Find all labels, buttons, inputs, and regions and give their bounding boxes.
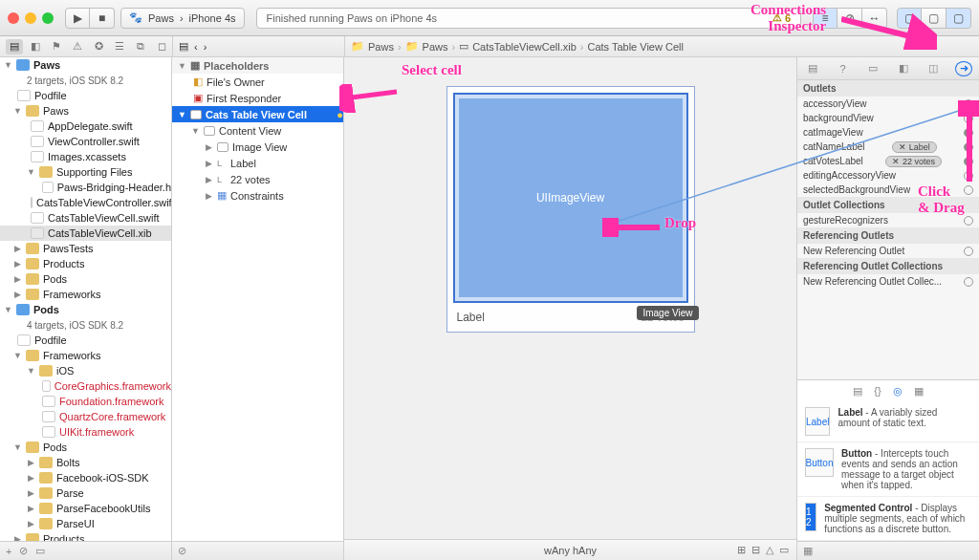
cell-frame[interactable]: UIImageView Image View Label 22 votes <box>446 86 695 333</box>
jump-bar[interactable]: 📁 Paws › 📁 Paws › ▭ CatsTableViewCell.xi… <box>344 36 979 56</box>
outline-constraints[interactable]: ▶▦Constraints <box>172 187 343 204</box>
view-mode-icon[interactable]: ▦ <box>803 545 813 557</box>
outline-tree[interactable]: ▼▦Placeholders ◧File's Owner ▣First Resp… <box>172 57 343 204</box>
stop-button[interactable]: ■ <box>90 8 115 29</box>
jump-segment[interactable]: Cats Table View Cell <box>587 41 683 53</box>
tree-folder[interactable]: ▶Products <box>0 256 171 271</box>
jump-segment[interactable]: Paws <box>368 41 394 53</box>
project-root[interactable]: ▼Pods <box>0 302 171 317</box>
outline-label[interactable]: ▶L22 votes <box>172 171 343 187</box>
design-surface[interactable]: UIImageView Image View Label 22 votes <box>446 86 695 333</box>
minimize-window-button[interactable] <box>25 12 36 24</box>
tree-item[interactable]: Paws-Bridging-Header.h <box>0 180 171 195</box>
outlet-row[interactable]: catImageView <box>797 125 979 140</box>
tree-item[interactable]: ViewController.swift <box>0 134 171 149</box>
tree-folder[interactable]: ▼Frameworks <box>0 348 171 363</box>
tree-item[interactable]: CatsTableViewController.swift <box>0 195 171 210</box>
size-class-control[interactable]: wAny hAny <box>544 545 597 556</box>
jump-segment[interactable]: CatsTableViewCell.xib <box>472 41 577 53</box>
tree-folder[interactable]: ▼Supporting Files <box>0 164 171 180</box>
uiimageview-placeholder[interactable]: UIImageView <box>453 93 688 303</box>
file-inspector-tab[interactable]: ▤ <box>804 61 821 76</box>
tree-folder[interactable]: ▶Pods <box>0 271 171 287</box>
identity-inspector-tab[interactable]: ▭ <box>864 61 881 76</box>
object-library-tab[interactable]: ◎ <box>893 385 903 398</box>
assistant-editor-button[interactable]: ⊘ <box>838 8 862 29</box>
tree-folder[interactable]: ▼Paws <box>0 103 171 118</box>
jump-segment[interactable]: Paws <box>423 41 448 53</box>
resize-behavior-icon[interactable]: ▭ <box>779 544 789 556</box>
tree-item[interactable]: CoreGraphics.framework <box>0 378 171 394</box>
file-templates-tab[interactable]: ▤ <box>853 385 862 398</box>
history-back-button[interactable]: ‹ <box>194 41 198 53</box>
tree-folder[interactable]: ▶ParseUI <box>0 516 171 531</box>
scheme-selector[interactable]: 🐾 Paws › iPhone 4s <box>120 8 245 29</box>
report-navigator-tab[interactable]: ◻ <box>153 39 170 54</box>
filter-button[interactable]: ⊘ <box>178 545 186 557</box>
history-forward-button[interactable]: › <box>204 41 207 53</box>
align-tool-icon[interactable]: ⊞ <box>737 544 746 556</box>
library-item-segmented[interactable]: 1 2 Segmented Control - Displays multipl… <box>797 497 979 541</box>
tree-item-selected[interactable]: CatsTableViewCell.xib <box>0 226 171 241</box>
tree-folder[interactable]: ▶Products <box>0 531 171 541</box>
outlet-row[interactable]: accessoryView <box>797 97 979 111</box>
library-item-label[interactable]: Label Label - A variably sized amount of… <box>797 401 979 442</box>
outline-cell-selected[interactable]: ▼Cats Table View Cell● <box>172 106 343 122</box>
tree-item[interactable]: Podfile <box>0 88 171 103</box>
tree-item[interactable]: CatsTableViewCell.swift <box>0 210 171 226</box>
outlet-row[interactable]: backgroundView <box>797 111 979 125</box>
project-tree[interactable]: ▼Paws 2 targets, iOS SDK 8.2 Podfile ▼Pa… <box>0 57 171 541</box>
tree-folder[interactable]: ▶Bolts <box>0 455 171 470</box>
tree-folder[interactable]: ▼Pods <box>0 440 171 455</box>
tree-folder[interactable]: ▶Frameworks <box>0 287 171 302</box>
size-inspector-tab[interactable]: ◫ <box>925 61 942 76</box>
tree-folder[interactable]: ▶Parse <box>0 485 171 501</box>
tree-item[interactable]: Podfile <box>0 333 171 348</box>
interface-builder-canvas[interactable]: UIImageView Image View Label 22 votes wA… <box>344 57 797 560</box>
tree-item[interactable]: Images.xcassets <box>0 149 171 164</box>
library-item-button[interactable]: Button Button - Intercepts touch events … <box>797 442 979 497</box>
breakpoint-navigator-tab[interactable]: ⧉ <box>132 39 149 54</box>
resolve-issues-icon[interactable]: △ <box>766 544 773 556</box>
outlet-row-connected[interactable]: catNameLabel✕Label <box>797 140 979 154</box>
outline-label[interactable]: ▶LLabel <box>172 155 343 171</box>
outline-content-view[interactable]: ▼Content View <box>172 122 343 139</box>
media-library-tab[interactable]: ▦ <box>914 385 924 398</box>
debug-navigator-tab[interactable]: ☰ <box>111 39 128 54</box>
toggle-utilities-button[interactable]: ▢ <box>946 8 971 29</box>
outline-first-responder[interactable]: ▣First Responder <box>172 90 343 106</box>
standard-editor-button[interactable]: ≡ <box>813 8 838 29</box>
uilabel[interactable]: Label <box>457 311 485 324</box>
tree-item[interactable]: UIKit.framework <box>0 424 171 440</box>
outlet-row-connected[interactable]: catVotesLabel✕22 votes <box>797 154 979 168</box>
connections-inspector-tab[interactable]: ➜ <box>955 61 972 76</box>
add-button[interactable]: + <box>6 546 11 557</box>
outlet-row[interactable]: New Referencing Outlet <box>797 244 979 258</box>
run-button[interactable]: ▶ <box>65 8 90 29</box>
code-snippets-tab[interactable]: {} <box>874 385 881 397</box>
tree-item[interactable]: QuartzCore.framework <box>0 409 171 424</box>
tree-folder[interactable]: ▶PawsTests <box>0 241 171 256</box>
version-editor-button[interactable]: ↔ <box>862 8 887 29</box>
filter-recent-button[interactable]: ⊘ <box>19 545 28 557</box>
tree-item[interactable]: AppDelegate.swift <box>0 118 171 134</box>
outlet-row[interactable]: selectedBackgroundView <box>797 183 979 197</box>
toggle-navigator-button[interactable]: ▢ <box>897 8 922 29</box>
outline-toggle-icon[interactable]: ▤ <box>179 40 188 53</box>
symbol-navigator-tab[interactable]: ◧ <box>27 39 44 54</box>
find-navigator-tab[interactable]: ⚑ <box>48 39 65 54</box>
tree-folder[interactable]: ▶ParseFacebookUtils <box>0 501 171 516</box>
attributes-inspector-tab[interactable]: ◧ <box>895 61 912 76</box>
toggle-debug-area-button[interactable]: ▢ <box>922 8 946 29</box>
outlet-row[interactable]: New Referencing Outlet Collec... <box>797 274 979 289</box>
outline-image-view[interactable]: ▶Image View <box>172 139 343 155</box>
outlet-row[interactable]: editingAccessoryView <box>797 168 979 183</box>
tree-folder[interactable]: ▼iOS <box>0 363 171 378</box>
filter-scm-button[interactable]: ▭ <box>35 545 45 557</box>
outline-files-owner[interactable]: ◧File's Owner <box>172 74 343 90</box>
tree-item[interactable]: Foundation.framework <box>0 394 171 409</box>
quick-help-tab[interactable]: ? <box>834 61 851 76</box>
issue-navigator-tab[interactable]: ⚠ <box>69 39 86 54</box>
project-root[interactable]: ▼Paws <box>0 57 171 73</box>
zoom-window-button[interactable] <box>42 12 54 24</box>
